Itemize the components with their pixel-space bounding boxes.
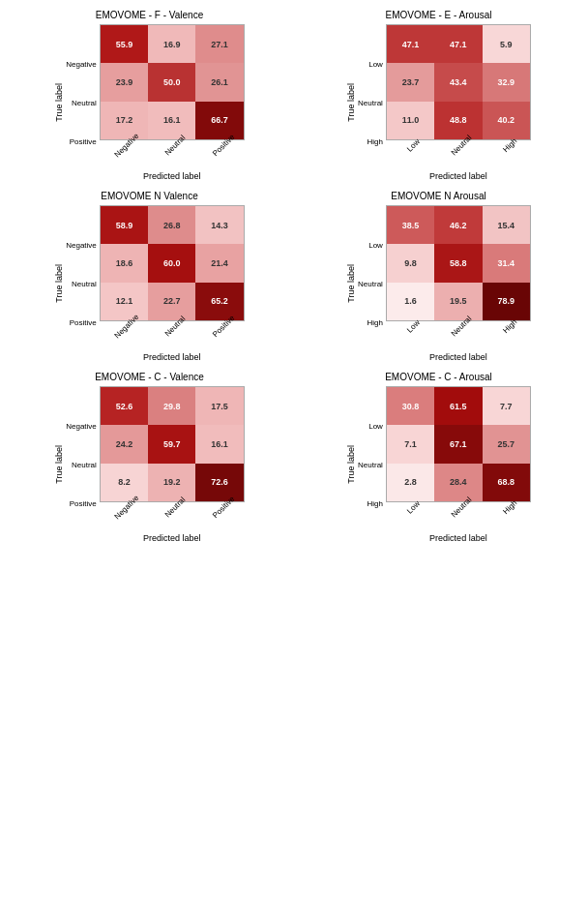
chart-emovome-c-arousal: EMOVOME - C - ArousalTrue labelLowNeutra… <box>299 372 578 543</box>
chart-title-emovome-e-arousal: EMOVOME - E - Arousal <box>385 10 491 20</box>
matrix-container-emovome-c-arousal: 30.861.57.77.167.125.72.828.468.8LowNeut… <box>386 386 531 543</box>
cell-8: 72.6 <box>195 464 243 501</box>
cell-1: 47.1 <box>434 25 482 63</box>
y-tick-label: Positive <box>66 499 97 508</box>
confusion-matrix-emovome-n-valence: 58.926.814.318.660.021.412.122.765.2 <box>100 205 245 321</box>
chart-emovome-n-valence: EMOVOME N ValenceTrue labelNegativeNeutr… <box>10 191 289 362</box>
cell-0: 38.5 <box>387 206 434 244</box>
y-tick-label: High <box>358 137 383 146</box>
matrix-container-emovome-e-arousal: 47.147.15.923.743.432.911.048.840.2LowNe… <box>386 24 531 181</box>
cell-6: 17.2 <box>101 102 148 139</box>
x-ticks-emovome-c-arousal: LowNeutralHigh <box>386 502 531 531</box>
x-ticks-emovome-e-arousal: LowNeutralHigh <box>386 140 531 169</box>
cell-2: 15.4 <box>483 206 530 244</box>
cell-4: 60.0 <box>148 244 195 282</box>
cell-2: 17.5 <box>195 387 243 425</box>
y-tick-label: Negative <box>66 422 97 431</box>
cell-4: 67.1 <box>434 425 482 463</box>
cell-8: 68.8 <box>483 464 530 501</box>
cell-5: 16.1 <box>195 425 243 463</box>
charts-grid: EMOVOME - F - ValenceTrue labelNegativeN… <box>10 10 578 543</box>
y-axis-label-emovome-n-valence: True label <box>54 264 64 303</box>
cell-3: 23.7 <box>387 63 434 101</box>
cell-6: 2.8 <box>387 464 434 501</box>
x-tick-label: Low <box>405 318 422 335</box>
chart-title-emovome-f-valence: EMOVOME - F - Valence <box>96 10 204 20</box>
x-axis-label-emovome-e-arousal: Predicted label <box>429 171 487 181</box>
x-ticks-emovome-n-arousal: LowNeutralHigh <box>386 321 531 350</box>
y-tick-label: Neutral <box>358 280 383 288</box>
y-ticks-emovome-e-arousal: LowNeutralHigh <box>358 45 383 161</box>
y-tick-label: Neutral <box>66 461 97 469</box>
confusion-matrix-emovome-e-arousal: 47.147.15.923.743.432.911.048.840.2 <box>386 24 531 140</box>
cell-8: 40.2 <box>483 102 530 139</box>
x-ticks-emovome-c-valence: NegativeNeutralPositive <box>100 502 245 531</box>
y-ticks-emovome-c-arousal: LowNeutralHigh <box>358 406 383 523</box>
matrix-container-emovome-n-arousal: 38.546.215.49.858.831.41.619.578.9LowNeu… <box>386 205 531 362</box>
matrix-container-emovome-c-valence: 52.629.817.524.259.716.18.219.272.6Negat… <box>100 386 245 543</box>
cell-6: 1.6 <box>387 283 434 320</box>
cell-3: 9.8 <box>387 244 434 282</box>
cell-0: 52.6 <box>101 387 148 425</box>
chart-emovome-n-arousal: EMOVOME N ArousalTrue labelLowNeutralHig… <box>299 191 578 362</box>
cell-1: 26.8 <box>148 206 195 244</box>
chart-area-emovome-f-valence: True labelNegativeNeutralPositive55.916.… <box>54 24 245 181</box>
cell-1: 16.9 <box>148 25 195 63</box>
chart-title-emovome-n-arousal: EMOVOME N Arousal <box>391 191 485 201</box>
y-tick-label: Neutral <box>66 99 97 107</box>
cell-5: 31.4 <box>483 244 530 282</box>
cell-7: 19.5 <box>434 283 482 320</box>
y-tick-label: Low <box>358 422 383 431</box>
y-axis-label-emovome-e-arousal: True label <box>346 83 356 122</box>
cell-1: 46.2 <box>434 206 482 244</box>
chart-area-emovome-n-valence: True labelNegativeNeutralPositive58.926.… <box>54 205 245 362</box>
y-tick-label: Low <box>358 60 383 69</box>
confusion-matrix-emovome-n-arousal: 38.546.215.49.858.831.41.619.578.9 <box>386 205 531 321</box>
y-tick-label: Neutral <box>358 461 383 469</box>
y-ticks-emovome-c-valence: NegativeNeutralPositive <box>66 406 97 523</box>
chart-area-emovome-e-arousal: True labelLowNeutralHigh47.147.15.923.74… <box>346 24 531 181</box>
y-axis-label-emovome-f-valence: True label <box>54 83 64 122</box>
cell-8: 66.7 <box>195 102 243 139</box>
chart-title-emovome-c-valence: EMOVOME - C - Valence <box>95 372 204 382</box>
cell-4: 58.8 <box>434 244 482 282</box>
cell-7: 16.1 <box>148 102 195 139</box>
cell-2: 14.3 <box>195 206 243 244</box>
cell-4: 59.7 <box>148 425 195 463</box>
y-tick-label: Low <box>358 241 383 250</box>
cell-6: 11.0 <box>387 102 434 139</box>
x-axis-label-emovome-c-arousal: Predicted label <box>429 533 487 543</box>
y-ticks-emovome-n-arousal: LowNeutralHigh <box>358 226 383 342</box>
cell-0: 47.1 <box>387 25 434 63</box>
y-tick-label: Neutral <box>66 280 97 288</box>
y-axis-label-emovome-n-arousal: True label <box>346 264 356 303</box>
chart-area-emovome-c-valence: True labelNegativeNeutralPositive52.629.… <box>54 386 245 543</box>
cell-2: 5.9 <box>483 25 530 63</box>
y-ticks-emovome-f-valence: NegativeNeutralPositive <box>66 45 97 161</box>
cell-0: 30.8 <box>387 387 434 425</box>
cell-2: 7.7 <box>483 387 530 425</box>
x-axis-label-emovome-f-valence: Predicted label <box>143 171 201 181</box>
confusion-matrix-emovome-f-valence: 55.916.927.123.950.026.117.216.166.7 <box>100 24 245 140</box>
cell-3: 23.9 <box>101 63 148 101</box>
x-ticks-emovome-n-valence: NegativeNeutralPositive <box>100 321 245 350</box>
confusion-matrix-emovome-c-valence: 52.629.817.524.259.716.18.219.272.6 <box>100 386 245 502</box>
chart-emovome-f-valence: EMOVOME - F - ValenceTrue labelNegativeN… <box>10 10 289 181</box>
cell-3: 7.1 <box>387 425 434 463</box>
chart-area-emovome-c-arousal: True labelLowNeutralHigh30.861.57.77.167… <box>346 386 531 543</box>
cell-8: 78.9 <box>483 283 530 320</box>
cell-2: 27.1 <box>195 25 243 63</box>
y-tick-label: Positive <box>66 318 97 327</box>
cell-7: 48.8 <box>434 102 482 139</box>
cell-6: 12.1 <box>101 283 148 320</box>
matrix-container-emovome-n-valence: 58.926.814.318.660.021.412.122.765.2Nega… <box>100 205 245 362</box>
x-axis-label-emovome-n-valence: Predicted label <box>143 352 201 362</box>
y-axis-label-emovome-c-arousal: True label <box>346 445 356 484</box>
cell-3: 18.6 <box>101 244 148 282</box>
x-ticks-emovome-f-valence: NegativeNeutralPositive <box>100 140 245 169</box>
cell-1: 29.8 <box>148 387 195 425</box>
chart-area-emovome-n-arousal: True labelLowNeutralHigh38.546.215.49.85… <box>346 205 531 362</box>
chart-emovome-c-valence: EMOVOME - C - ValenceTrue labelNegativeN… <box>10 372 289 543</box>
cell-6: 8.2 <box>101 464 148 501</box>
x-tick-label: Low <box>405 499 422 516</box>
